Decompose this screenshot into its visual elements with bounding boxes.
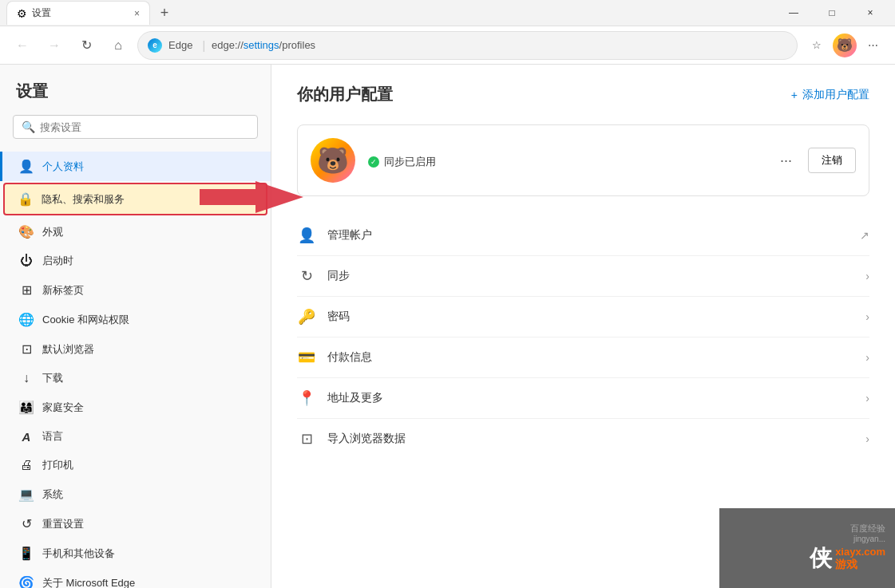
profile-avatar-large: 🐻	[311, 138, 355, 183]
sidebar-item-downloads[interactable]: ↓ 下载	[0, 364, 271, 393]
profile-more-button[interactable]: ···	[774, 149, 798, 172]
menu-item-address[interactable]: 📍 地址及更多 ›	[297, 378, 869, 419]
password-icon: 🔑	[297, 308, 316, 326]
menu-item-label-sync: 同步	[327, 269, 854, 283]
back-button[interactable]: ←	[10, 33, 35, 58]
menu-item-import[interactable]: ⊡ 导入浏览器数据 ›	[297, 419, 869, 459]
manage-account-icon: 👤	[297, 227, 316, 244]
menu-item-payment[interactable]: 💳 付款信息 ›	[297, 337, 869, 378]
sidebar-item-label-reset: 重置设置	[42, 517, 84, 531]
menu-item-label-import: 导入浏览器数据	[327, 432, 854, 446]
sidebar-item-language[interactable]: A 语言	[0, 422, 271, 451]
menu-list: 👤 管理帐户 ↗ ↻ 同步 › 🔑 密码 › 💳 付款信息 ›	[297, 215, 869, 459]
url-prefix: edge://	[212, 39, 244, 51]
sidebar-item-label-family: 家庭安全	[42, 401, 84, 415]
watermark-site: xiayx.com	[835, 546, 885, 558]
watermark: 百度经验 jingyan... 侠 xiayx.com 游戏	[719, 508, 895, 588]
search-icon: 🔍	[22, 120, 35, 133]
sidebar: 设置 🔍 👤 个人资料 🔒 隐私、搜索和服务 🎨 外观 ⏻ 启动时	[0, 65, 271, 588]
profile-card: 🐻 ✓ 同步已启用 ··· 注销	[297, 124, 869, 196]
menu-item-manage-account[interactable]: 👤 管理帐户 ↗	[297, 215, 869, 256]
cookies-icon: 🌐	[18, 312, 34, 327]
content-header: 你的用户配置 + 添加用户配置	[297, 84, 869, 105]
edge-logo-icon: e	[148, 38, 162, 53]
menu-item-label-manage-account: 管理帐户	[327, 228, 849, 243]
reset-icon: ↺	[18, 516, 34, 531]
chevron-right-icon-5: ›	[865, 432, 869, 445]
tab-bar: ⚙ 设置 × +	[6, 0, 775, 26]
payment-icon: 💳	[297, 349, 316, 366]
sidebar-item-label-profile: 个人资料	[42, 160, 84, 174]
watermark-top-text: 百度经验	[850, 523, 885, 535]
close-tab-button[interactable]: ×	[134, 8, 140, 19]
sidebar-item-family[interactable]: 👨‍👩‍👧 家庭安全	[0, 393, 271, 422]
refresh-button[interactable]: ↻	[73, 33, 99, 58]
settings-tab[interactable]: ⚙ 设置 ×	[6, 1, 150, 25]
sidebar-item-appearance[interactable]: 🎨 外观	[0, 217, 271, 247]
add-profile-button[interactable]: + 添加用户配置	[791, 88, 869, 102]
sidebar-item-system[interactable]: 💻 系统	[0, 479, 271, 509]
menu-item-label-payment: 付款信息	[327, 350, 854, 365]
sidebar-item-mobile[interactable]: 📱 手机和其他设备	[0, 539, 271, 568]
chevron-right-icon-2: ›	[865, 310, 869, 323]
sidebar-item-label-default-browser: 默认浏览器	[42, 342, 94, 357]
settings-tab-title: 设置	[32, 6, 129, 20]
sidebar-item-reset[interactable]: ↺ 重置设置	[0, 509, 271, 539]
address-icon: 📍	[297, 389, 316, 407]
logout-button[interactable]: 注销	[808, 148, 856, 173]
menu-item-sync[interactable]: ↻ 同步 ›	[297, 256, 869, 297]
nav-right-controls: ☆ 🐻 ⋯	[804, 33, 885, 58]
sidebar-item-label-mobile: 手机和其他设备	[42, 547, 115, 561]
sync-status-icon: ✓	[368, 156, 379, 168]
forward-button[interactable]: →	[42, 33, 67, 58]
favorites-button[interactable]: ☆	[804, 33, 830, 58]
appearance-icon: 🎨	[18, 224, 34, 239]
sync-icon: ↻	[297, 267, 316, 285]
search-input[interactable]	[40, 121, 249, 133]
sidebar-item-label-system: 系统	[42, 487, 63, 502]
chevron-right-icon-4: ›	[865, 392, 869, 404]
watermark-game: 游戏	[835, 558, 885, 572]
add-profile-label: 添加用户配置	[802, 88, 869, 102]
menu-item-password[interactable]: 🔑 密码 ›	[297, 297, 869, 337]
watermark-logo: 侠	[810, 543, 832, 574]
browser-brand-label: Edge	[168, 39, 192, 51]
sidebar-item-profile[interactable]: 👤 个人资料	[0, 152, 271, 181]
home-button[interactable]: ⌂	[105, 33, 131, 58]
mobile-icon: 📱	[18, 546, 34, 561]
sidebar-item-privacy[interactable]: 🔒 隐私、搜索和服务	[3, 183, 267, 215]
downloads-icon: ↓	[18, 371, 34, 385]
chevron-right-icon-3: ›	[865, 351, 869, 364]
sidebar-item-label-cookies: Cookie 和网站权限	[42, 313, 129, 327]
watermark-jingyan: jingyan...	[853, 535, 885, 543]
sidebar-item-label-downloads: 下载	[42, 371, 63, 385]
language-icon: A	[18, 430, 34, 444]
default-browser-icon: ⊡	[18, 341, 34, 357]
settings-tab-icon: ⚙	[17, 7, 27, 20]
import-icon: ⊡	[297, 430, 316, 448]
minimize-button[interactable]: —	[775, 0, 812, 26]
sidebar-item-newtab[interactable]: ⊞ 新标签页	[0, 275, 271, 305]
sidebar-item-printer[interactable]: 🖨 打印机	[0, 451, 271, 479]
profile-avatar-button[interactable]: 🐻	[833, 34, 857, 57]
maximize-button[interactable]: □	[814, 0, 850, 26]
menu-item-label-password: 密码	[327, 310, 854, 324]
address-divider: |	[202, 39, 205, 52]
about-icon: 🌀	[18, 575, 34, 588]
system-icon: 💻	[18, 487, 34, 502]
sidebar-item-cookies[interactable]: 🌐 Cookie 和网站权限	[0, 305, 271, 334]
sidebar-item-startup[interactable]: ⏻ 启动时	[0, 247, 271, 275]
titlebar: ⚙ 设置 × + — □ ×	[0, 0, 895, 26]
sidebar-item-about[interactable]: 🌀 关于 Microsoft Edge	[0, 568, 271, 588]
new-tab-button[interactable]: +	[153, 2, 176, 24]
close-window-button[interactable]: ×	[852, 0, 889, 26]
menu-item-label-address: 地址及更多	[327, 391, 854, 405]
url-suffix: /profiles	[279, 39, 316, 51]
address-bar[interactable]: e Edge | edge://settings/profiles	[137, 31, 798, 60]
sync-status: ✓ 同步已启用	[368, 155, 761, 169]
more-menu-button[interactable]: ⋯	[860, 33, 885, 58]
sidebar-item-default-browser[interactable]: ⊡ 默认浏览器	[0, 334, 271, 364]
search-box[interactable]: 🔍	[13, 115, 258, 139]
printer-icon: 🖨	[18, 458, 34, 472]
url-settings: settings	[244, 39, 279, 51]
